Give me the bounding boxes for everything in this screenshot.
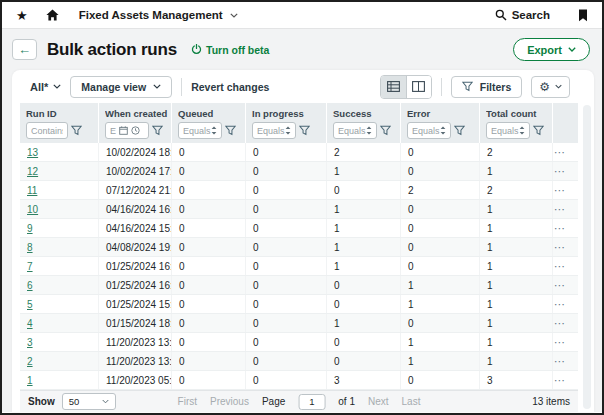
in-progress-cell: 0 xyxy=(246,219,327,237)
row-actions-icon[interactable]: ⋯ xyxy=(554,318,566,329)
first-page-button[interactable]: First xyxy=(178,396,197,407)
table-row[interactable]: 12 10/02/2024 17:1... 0 0 1 0 1 ⋯ xyxy=(20,162,578,181)
turn-off-beta-toggle[interactable]: Turn off beta xyxy=(191,44,269,56)
home-icon[interactable] xyxy=(46,9,59,21)
table-row[interactable]: 1 11/20/2023 05:0... 0 0 3 0 3 ⋯ xyxy=(20,371,578,390)
bookmark-icon[interactable] xyxy=(578,9,588,22)
run-id-link[interactable]: 6 xyxy=(27,280,33,291)
row-actions-icon[interactable]: ⋯ xyxy=(554,356,566,367)
previous-page-button[interactable]: Previous xyxy=(210,396,249,407)
filter-funnel-icon[interactable] xyxy=(225,125,236,136)
view-selector[interactable]: All* xyxy=(30,81,61,93)
run-id-link[interactable]: 2 xyxy=(27,356,33,367)
table-row[interactable]: 5 01/25/2024 15:3... 0 0 0 1 1 ⋯ xyxy=(20,295,578,314)
revert-changes-button[interactable]: Revert changes xyxy=(191,81,269,93)
column-label[interactable]: Success xyxy=(333,107,397,119)
page-size-select[interactable]: 50 xyxy=(62,393,116,410)
column-label[interactable]: Total count xyxy=(486,107,549,119)
table-row[interactable]: 11 07/12/2024 21:2... 0 0 0 2 2 ⋯ xyxy=(20,181,578,200)
total-count-cell: 2 xyxy=(480,143,553,161)
table-row[interactable]: 9 04/16/2024 15:5... 0 0 1 0 1 ⋯ xyxy=(20,219,578,238)
table-row[interactable]: 7 01/25/2024 16:1... 0 0 1 0 1 ⋯ xyxy=(20,257,578,276)
row-actions-icon[interactable]: ⋯ xyxy=(554,166,566,177)
when-created-cell: 07/12/2024 21:2... xyxy=(99,181,172,199)
back-button[interactable]: ← xyxy=(12,39,37,60)
row-actions-icon[interactable]: ⋯ xyxy=(554,204,566,215)
queued-cell: 0 xyxy=(172,257,246,275)
when-created-filter-input[interactable]: E xyxy=(105,122,149,139)
updown-arrows-icon xyxy=(285,126,291,135)
filter-funnel-icon[interactable] xyxy=(152,125,163,136)
total-count-cell: 2 xyxy=(480,181,553,199)
total-count-cell: 1 xyxy=(480,200,553,218)
when-created-cell: 11/20/2023 05:0... xyxy=(99,371,172,389)
success-filter-select[interactable]: Equals xyxy=(333,122,377,139)
column-label[interactable]: Queued xyxy=(178,107,242,119)
vertical-scrollbar[interactable] xyxy=(583,105,591,409)
row-actions-icon[interactable]: ⋯ xyxy=(554,147,566,158)
row-actions-icon[interactable]: ⋯ xyxy=(554,280,566,291)
favorites-star-icon[interactable]: ★ xyxy=(16,9,28,22)
row-actions-icon[interactable]: ⋯ xyxy=(554,242,566,253)
run-id-link[interactable]: 3 xyxy=(27,337,33,348)
last-page-button[interactable]: Last xyxy=(402,396,421,407)
queued-filter-select[interactable]: Equals xyxy=(178,122,222,139)
run-id-link[interactable]: 8 xyxy=(27,242,33,253)
in-progress-cell: 0 xyxy=(246,352,327,370)
row-actions-icon[interactable]: ⋯ xyxy=(554,185,566,196)
page-number-input[interactable] xyxy=(298,394,325,410)
table-row[interactable]: 10 04/16/2024 16:0... 0 0 1 0 1 ⋯ xyxy=(20,200,578,219)
filter-funnel-icon[interactable] xyxy=(380,125,391,136)
table-body: 13 10/02/2024 18:1... 0 0 2 0 2 ⋯ 12 10/… xyxy=(20,143,578,390)
row-actions-icon[interactable]: ⋯ xyxy=(554,299,566,310)
run-id-link[interactable]: 12 xyxy=(27,166,38,177)
export-button[interactable]: Export xyxy=(513,38,590,61)
run-id-link[interactable]: 7 xyxy=(27,261,33,272)
table-row[interactable]: 6 01/25/2024 16:1... 0 0 0 1 1 ⋯ xyxy=(20,276,578,295)
total-count-filter-select[interactable]: Equals xyxy=(486,122,530,139)
chevron-down-icon xyxy=(230,13,238,18)
run-id-link[interactable]: 9 xyxy=(27,223,33,234)
row-actions-icon[interactable]: ⋯ xyxy=(554,337,566,348)
table-row[interactable]: 8 04/08/2024 19:0... 0 0 1 0 1 ⋯ xyxy=(20,238,578,257)
row-actions-icon[interactable]: ⋯ xyxy=(554,223,566,234)
row-actions-icon[interactable]: ⋯ xyxy=(554,375,566,386)
column-label[interactable]: Error xyxy=(407,107,476,119)
next-page-button[interactable]: Next xyxy=(368,396,389,407)
table-row[interactable]: 2 11/20/2023 13:0... 0 0 0 1 1 ⋯ xyxy=(20,352,578,371)
column-label[interactable]: When created ↓ xyxy=(105,107,168,119)
app-switcher[interactable]: Fixed Assets Management xyxy=(79,9,238,21)
total-count-cell: 1 xyxy=(480,238,553,256)
success-cell: 0 xyxy=(327,333,401,351)
search-button[interactable]: Search xyxy=(495,9,550,21)
run-id-link[interactable]: 5 xyxy=(27,299,33,310)
column-header-actions xyxy=(553,103,578,143)
run-id-link[interactable]: 11 xyxy=(27,185,37,196)
error-filter-select[interactable]: Equals xyxy=(407,122,451,139)
run-id-link[interactable]: 4 xyxy=(27,318,33,329)
filter-funnel-icon[interactable] xyxy=(299,125,310,136)
in-progress-filter-select[interactable]: Equals xyxy=(252,122,296,139)
run-id-cell: 12 xyxy=(20,162,99,180)
table-row[interactable]: 3 11/20/2023 13:0... 0 0 0 1 1 ⋯ xyxy=(20,333,578,352)
column-header-queued: Queued Equals xyxy=(172,103,246,143)
filter-funnel-icon[interactable] xyxy=(454,125,465,136)
success-cell: 1 xyxy=(327,314,401,332)
grid-view-button[interactable] xyxy=(381,76,406,98)
run-id-link[interactable]: 1 xyxy=(27,375,33,386)
columns-view-button[interactable] xyxy=(406,76,431,98)
table-row[interactable]: 4 01/15/2024 18:2... 0 0 1 0 1 ⋯ xyxy=(20,314,578,333)
run-id-filter-input[interactable] xyxy=(26,122,68,139)
settings-button[interactable]: ⚙ xyxy=(531,76,570,98)
column-label[interactable]: Run ID xyxy=(26,107,95,119)
row-actions-icon[interactable]: ⋯ xyxy=(554,261,566,272)
table-row[interactable]: 13 10/02/2024 18:1... 0 0 2 0 2 ⋯ xyxy=(20,143,578,162)
run-id-link[interactable]: 13 xyxy=(27,147,38,158)
manage-view-button[interactable]: Manage view xyxy=(70,76,172,98)
filters-button[interactable]: Filters xyxy=(451,76,523,98)
filter-funnel-icon[interactable] xyxy=(71,125,82,136)
run-id-link[interactable]: 10 xyxy=(27,204,38,215)
in-progress-cell: 0 xyxy=(246,295,327,313)
column-label[interactable]: In progress xyxy=(252,107,323,119)
filter-funnel-icon[interactable] xyxy=(533,125,544,136)
